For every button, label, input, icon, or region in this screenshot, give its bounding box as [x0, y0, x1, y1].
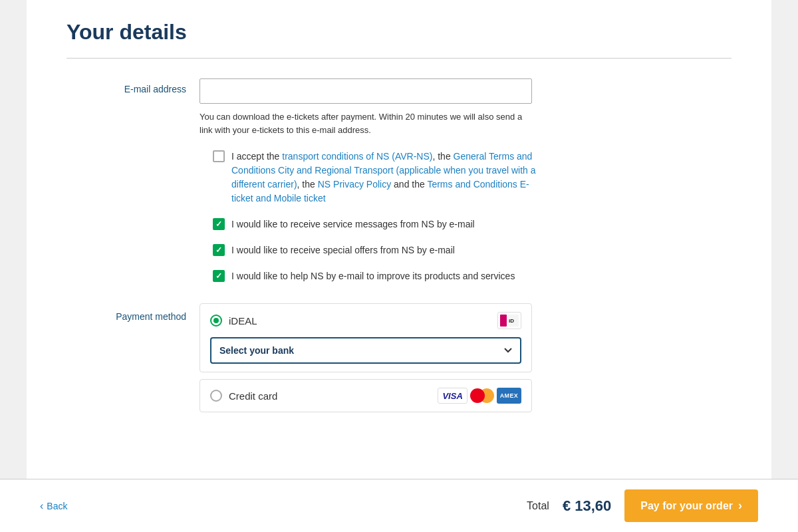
pay-chevron-icon: › [738, 499, 742, 513]
bank-select-wrapper: Select your bank ABN AMRO ING Rabobank S… [200, 337, 531, 372]
ideal-icon: iD [497, 312, 521, 329]
section-divider [66, 58, 732, 59]
creditcard-name: Credit card [229, 390, 438, 402]
total-section: Total € 13,60 Pay for your order › [527, 489, 758, 522]
creditcard-option: Credit card VISA AMEX [200, 379, 532, 412]
page-title: Your details [66, 20, 732, 45]
service-messages-row: I would like to receive service messages… [213, 217, 732, 231]
svg-text:iD: iD [509, 318, 514, 324]
payment-options: iDEAL iD [200, 303, 532, 419]
transport-conditions-link[interactable]: transport conditions of NS (AVR-NS) [282, 151, 432, 162]
back-link[interactable]: ‹ Back [40, 500, 67, 512]
page-wrapper: Your details E-mail address You can down… [0, 0, 798, 532]
main-content: Your details E-mail address You can down… [27, 0, 771, 479]
creditcard-header: Credit card VISA AMEX [200, 380, 531, 412]
amex-logo: AMEX [497, 388, 521, 404]
mc-red-circle [470, 388, 485, 403]
special-offers-checkbox[interactable] [213, 244, 225, 256]
privacy-policy-link[interactable]: NS Privacy Policy [318, 179, 391, 190]
back-chevron-icon: ‹ [40, 500, 43, 512]
back-label: Back [47, 501, 67, 511]
improve-products-label: I would like to help NS by e-mail to imp… [231, 269, 515, 283]
bank-select[interactable]: Select your bank ABN AMRO ING Rabobank S… [210, 337, 521, 364]
visa-logo: VISA [438, 388, 467, 404]
ideal-radio[interactable] [210, 315, 222, 327]
terms-checkbox-row: I accept the transport conditions of NS … [213, 150, 732, 205]
improve-products-row: I would like to help NS by e-mail to imp… [213, 269, 732, 283]
special-offers-row: I would like to receive special offers f… [213, 243, 732, 257]
email-field-area: You can download the e-tickets after pay… [200, 78, 532, 136]
improve-products-checkbox[interactable] [213, 270, 225, 282]
payment-label: Payment method [66, 303, 200, 322]
email-helper-text: You can download the e-tickets after pay… [200, 110, 532, 136]
email-label: E-mail address [66, 78, 200, 94]
creditcard-radio[interactable] [210, 390, 222, 402]
total-amount: € 13,60 [563, 497, 611, 515]
service-messages-label: I would like to receive service messages… [231, 217, 475, 231]
card-logos: VISA AMEX [438, 388, 521, 404]
pay-button-label: Pay for your order [640, 500, 733, 512]
svg-rect-1 [500, 315, 507, 327]
payment-row: Payment method iDEAL [66, 303, 732, 419]
terms-checkbox[interactable] [213, 150, 225, 162]
email-input[interactable] [200, 78, 532, 104]
email-row: E-mail address You can download the e-ti… [66, 78, 732, 136]
special-offers-label: I would like to receive special offers f… [231, 243, 455, 257]
terms-label: I accept the transport conditions of NS … [231, 150, 551, 205]
ideal-name: iDEAL [229, 315, 497, 327]
footer-bar: ‹ Back Total € 13,60 Pay for your order … [0, 479, 798, 532]
pay-button[interactable]: Pay for your order › [624, 489, 758, 522]
service-messages-checkbox[interactable] [213, 218, 225, 230]
checkboxes-section: I accept the transport conditions of NS … [213, 150, 732, 283]
total-label: Total [527, 500, 549, 512]
ideal-header: iDEAL iD [200, 304, 531, 337]
mastercard-logo [470, 388, 494, 403]
ideal-option: iDEAL iD [200, 303, 532, 372]
